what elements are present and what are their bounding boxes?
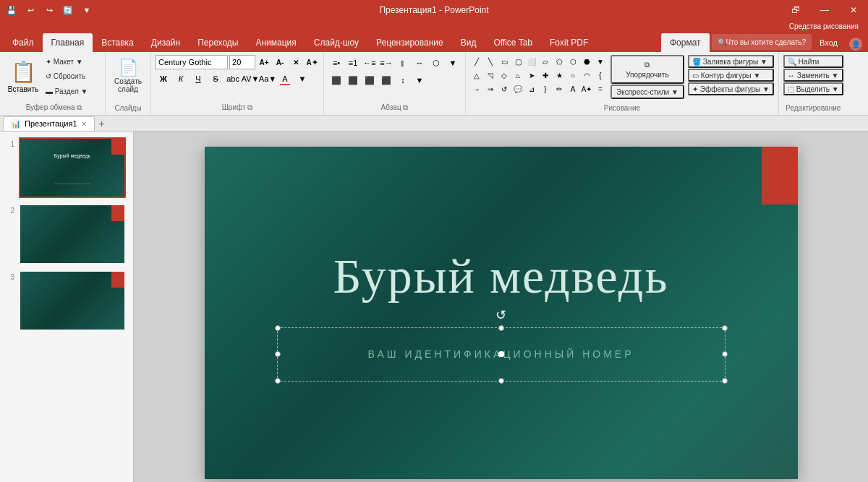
tab-view[interactable]: Вид: [452, 33, 485, 52]
shape-arc[interactable]: ◠: [580, 69, 593, 82]
smartart-button[interactable]: ⬡: [428, 55, 444, 71]
shape-cross[interactable]: ✚: [539, 69, 552, 82]
shape-wordart[interactable]: A✦: [580, 82, 593, 95]
shape-eq[interactable]: =: [594, 82, 607, 95]
text-direction-button[interactable]: ↔: [412, 55, 427, 71]
shape-star[interactable]: ★: [553, 69, 566, 82]
doc-tab-presentation1[interactable]: 📊 Презентация1 ✕: [3, 116, 95, 131]
close-button[interactable]: ✕: [839, 0, 868, 20]
slide-preview-3[interactable]: [19, 270, 126, 331]
handle-bm[interactable]: [498, 378, 504, 384]
layout-button[interactable]: ✦ Макет ▼: [43, 56, 101, 69]
section-button[interactable]: ▬ Раздел ▼: [43, 85, 101, 98]
save-button[interactable]: 💾: [4, 2, 20, 18]
strikethrough-button[interactable]: S: [208, 71, 224, 87]
shape-outline-button[interactable]: ▭ Контур фигуры ▼: [688, 69, 774, 82]
subscript-button[interactable]: abc: [225, 71, 241, 87]
slide-canvas[interactable]: Бурый медведь ↺ ВАШ ИДЕНТИФИКАЦИОННЫЙ НО…: [205, 147, 798, 479]
shape-triangle[interactable]: △: [470, 69, 483, 82]
shape-custom2[interactable]: }: [539, 82, 552, 95]
handle-tr[interactable]: [722, 325, 728, 331]
tab-design[interactable]: Дизайн: [142, 33, 189, 52]
align-left-button[interactable]: ⬛: [328, 72, 344, 88]
shape-octagon[interactable]: ⬣: [580, 55, 593, 68]
tab-file[interactable]: Файл: [4, 33, 43, 52]
increase-font-button[interactable]: А+: [257, 55, 271, 69]
minimize-button[interactable]: —: [810, 0, 839, 20]
numbered-list-button[interactable]: ≡1: [345, 55, 361, 71]
shape-rect[interactable]: ▭: [498, 55, 511, 68]
font-size-input[interactable]: [229, 55, 255, 69]
quick-styles-button[interactable]: Экспресс-стили ▼: [610, 85, 684, 99]
shape-more[interactable]: ▼: [594, 55, 607, 68]
handle-ml[interactable]: [275, 351, 281, 357]
shape-chevron[interactable]: ➤: [525, 69, 538, 82]
redo-button[interactable]: ↪: [41, 2, 57, 18]
shape-line2[interactable]: ╲: [484, 55, 497, 68]
shape-rtriangle[interactable]: ◹: [484, 69, 497, 82]
doc-tab-close-button[interactable]: ✕: [81, 120, 87, 128]
shape-callout[interactable]: 💬: [511, 82, 524, 95]
replace-button[interactable]: ↔ Заменить ▼: [783, 69, 843, 82]
char-spacing-button[interactable]: AV▼: [242, 71, 258, 87]
shape-parallelogram[interactable]: ▱: [539, 55, 552, 68]
shape-pentagon[interactable]: ⬠: [553, 55, 566, 68]
select-button[interactable]: ⬚ Выделить ▼: [783, 82, 843, 95]
rotate-icon[interactable]: ↺: [495, 307, 506, 323]
decrease-font-button[interactable]: А-: [273, 55, 287, 69]
tab-insert[interactable]: Вставка: [93, 33, 142, 52]
shape-arrow2[interactable]: ⇒: [484, 82, 497, 95]
shape-effects-button[interactable]: ✦ Эффекты фигуры ▼: [688, 82, 774, 95]
line-spacing-dropdown[interactable]: ▼: [412, 72, 427, 88]
font-name-input[interactable]: [156, 55, 228, 69]
new-slide-button[interactable]: 📄 Создатьслайд: [110, 55, 146, 98]
arrange-button[interactable]: ⧉ Упорядочить: [610, 55, 684, 84]
tab-officetab[interactable]: Office Tab: [485, 33, 541, 52]
slide-thumbnail-3[interactable]: 3: [4, 270, 129, 331]
tab-format[interactable]: Формат: [661, 33, 710, 52]
qat-more-button[interactable]: ▼: [79, 2, 95, 18]
shape-line[interactable]: ╱: [470, 55, 483, 68]
auto-save-button[interactable]: 🔄: [60, 2, 76, 18]
canvas-area[interactable]: Бурый медведь ↺ ВАШ ИДЕНТИФИКАЦИОННЫЙ НО…: [134, 132, 868, 482]
shape-trapezoid[interactable]: ⏢: [511, 69, 524, 82]
search-area[interactable]: 🔍 Что вы хотите сделать?: [712, 34, 812, 50]
tab-foxit[interactable]: Foxit PDF: [541, 33, 597, 52]
text-effects-button[interactable]: A✦: [305, 55, 319, 69]
columns-button[interactable]: ⫿: [395, 55, 411, 71]
align-right-button[interactable]: ⬛: [362, 72, 378, 88]
shape-curved-arrow[interactable]: ↺: [498, 82, 511, 95]
tab-home[interactable]: Главная: [43, 33, 93, 52]
paste-button[interactable]: 📋 Вставить: [7, 55, 39, 98]
shape-brace[interactable]: {: [594, 69, 607, 82]
italic-button[interactable]: К: [173, 71, 189, 87]
find-button[interactable]: 🔍 Найти: [783, 55, 843, 68]
line-spacing-button[interactable]: ↕: [395, 72, 411, 88]
align-center-button[interactable]: ⬛: [345, 72, 361, 88]
slide-textbox[interactable]: ВАШ ИДЕНТИФИКАЦИОННЫЙ НОМЕР: [277, 327, 726, 382]
reset-button[interactable]: ↺ Сбросить: [43, 70, 101, 83]
restore-button[interactable]: 🗗: [781, 0, 810, 20]
decrease-indent-button[interactable]: ←≡: [362, 55, 378, 71]
new-tab-button[interactable]: +: [95, 116, 109, 131]
increase-indent-button[interactable]: ≡→: [378, 55, 394, 71]
handle-bl[interactable]: [275, 378, 281, 384]
shape-freeform[interactable]: ✏: [553, 82, 566, 95]
handle-br[interactable]: [722, 378, 728, 384]
shape-fill-button[interactable]: 🪣 Заливка фигуры ▼: [688, 55, 774, 68]
shape-circle[interactable]: ○: [566, 69, 579, 82]
shape-diamond[interactable]: ◇: [498, 69, 511, 82]
tab-transitions[interactable]: Переходы: [189, 33, 247, 52]
tab-slideshow[interactable]: Слайд-шоу: [305, 33, 367, 52]
handle-tm[interactable]: [498, 325, 504, 331]
bullet-list-button[interactable]: ≡•: [328, 55, 344, 71]
shape-custom1[interactable]: ⊿: [525, 82, 538, 95]
clear-formatting-button[interactable]: ✕: [289, 55, 303, 69]
slide-thumbnail-1[interactable]: 1 Бурый медведь ——————————: [4, 137, 129, 198]
tab-review[interactable]: Рецензирование: [367, 33, 452, 52]
handle-tl[interactable]: [275, 325, 281, 331]
shape-textbox[interactable]: A: [566, 82, 579, 95]
shape-rounded-rect[interactable]: ▢: [511, 55, 524, 68]
handle-mr[interactable]: [722, 351, 728, 357]
font-color-button[interactable]: A: [277, 71, 293, 87]
